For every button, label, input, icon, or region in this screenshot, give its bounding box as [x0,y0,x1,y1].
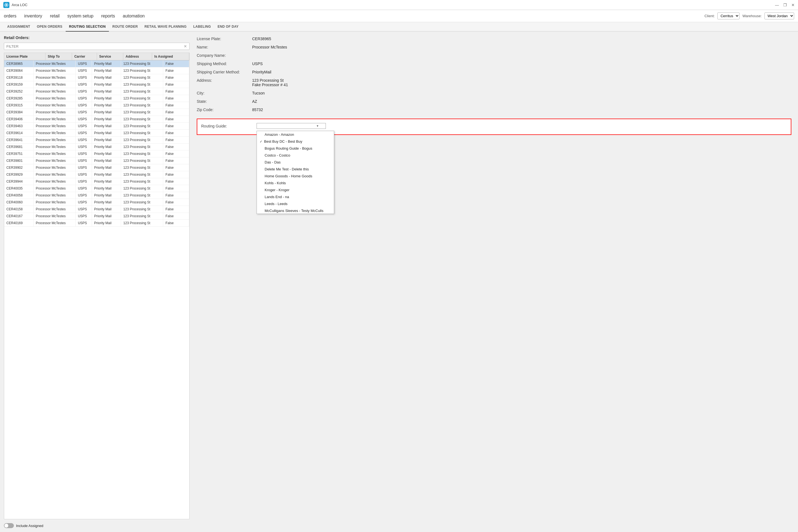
table-row[interactable]: CER39614Processor McTestesUSPSPriority M… [4,130,189,137]
routing-dropdown-menu: Amazon - AmazonBest Buy DC - Best BuyBog… [256,131,334,214]
table-row[interactable]: CER39681Processor McTestesUSPSPriority M… [4,144,189,150]
cell-ship_to: Processor McTestes [33,81,75,88]
dropdown-item-kroger[interactable]: Kroger - Kroger [257,187,334,193]
cell-carrier: USPS [76,130,92,137]
dropdown-item-leeds[interactable]: Leeds - Leeds [257,200,334,207]
cell-address: 123 Processing St [121,102,163,109]
dropdown-item-home_goods[interactable]: Home Gooods - Home Goods [257,173,334,179]
col-address[interactable]: Address [123,53,152,60]
table-row[interactable]: CER40167Processor McTestesUSPSPriority M… [4,213,189,220]
table-row[interactable]: CER39751Processor McTestesUSPSPriority M… [4,150,189,157]
cell-ship_to: Processor McTestes [33,123,75,130]
cell-ship_to: Processor McTestes [33,60,75,67]
cell-carrier: USPS [76,95,92,102]
nav-orders[interactable]: orders [4,14,16,19]
col-is-assigned[interactable]: Is Assigned [152,53,189,60]
cell-ship_to: Processor McTestes [33,164,75,171]
dropdown-item-bogus[interactable]: Bogus Routing Guide - Bogus [257,145,334,152]
table-row[interactable]: CER39384Processor McTestesUSPSPriority M… [4,109,189,116]
cell-address: 123 Processing St [121,213,163,220]
dropdown-item-lands_end[interactable]: Lands End - na [257,193,334,200]
table-row[interactable]: CER40169Processor McTestesUSPSPriority M… [4,220,189,227]
table-row[interactable]: CER39801Processor McTestesUSPSPriority M… [4,157,189,164]
cell-license_plate: CER40167 [4,213,33,220]
cell-carrier: USPS [76,67,92,74]
nav-inventory[interactable]: inventory [24,14,42,19]
table-row[interactable]: CER39463Processor McTestesUSPSPriority M… [4,123,189,130]
subnav-labeling[interactable]: LABELING [190,22,214,32]
table-row[interactable]: CER39252Processor McTestesUSPSPriority M… [4,88,189,95]
cell-ship_to: Processor McTestes [33,199,75,206]
subnav-routing-selection[interactable]: ROUTING SELECTION [66,22,109,32]
routing-guide-row: Routing Guide: ▼ Amazon - AmazonBest Buy… [201,123,787,129]
dropdown-item-mcculligans[interactable]: McCulligans Sleeves - Testy McCulls [257,207,334,214]
col-license-plate[interactable]: License Plate [4,53,45,60]
cell-service: Priority Mail [92,60,121,67]
cell-ship_to: Processor McTestes [33,144,75,150]
table-row[interactable]: CER39944Processor McTestesUSPSPriority M… [4,178,189,185]
panel-title: Retail Orders: [4,36,190,40]
filter-input[interactable] [6,44,184,49]
table-row[interactable]: CER40158Processor McTestesUSPSPriority M… [4,206,189,213]
col-carrier[interactable]: Carrier [72,53,97,60]
dropdown-item-delete_me[interactable]: Delete Me Test - Delete this [257,166,334,173]
cell-ship_to: Processor McTestes [33,130,75,137]
table-row[interactable]: CER40035Processor McTestesUSPSPriority M… [4,185,189,192]
table-row[interactable]: CER39118Processor McTestesUSPSPriority M… [4,74,189,81]
dropdown-item-das[interactable]: Das - Das [257,159,334,166]
client-selector[interactable]: Cerritus [717,13,740,19]
cell-ship_to: Processor McTestes [33,74,75,81]
cell-license_plate: CER39681 [4,144,33,150]
cell-ship_to: Processor McTestes [33,137,75,144]
dropdown-item-amazon[interactable]: Amazon - Amazon [257,131,334,138]
col-ship-to[interactable]: Ship To [45,53,72,60]
routing-section: Routing Guide: ▼ Amazon - AmazonBest Buy… [197,119,791,135]
table-body: CER38965Processor McTestesUSPSPriority M… [4,60,189,227]
table-row[interactable]: CER39159Processor McTestesUSPSPriority M… [4,81,189,88]
dropdown-item-best_buy[interactable]: Best Buy DC - Best Buy [257,138,334,145]
table-row[interactable]: CER39641Processor McTestesUSPSPriority M… [4,137,189,144]
subnav-open-orders[interactable]: OPEN ORDERS [34,22,66,32]
nav-reports[interactable]: reports [101,14,115,19]
table-row[interactable]: CER39929Processor McTestesUSPSPriority M… [4,171,189,178]
table-row[interactable]: CER39902Processor McTestesUSPSPriority M… [4,164,189,171]
table-scroll-area[interactable]: CER38965Processor McTestesUSPSPriority M… [4,60,189,519]
routing-guide-select[interactable]: ▼ [256,123,326,129]
cell-is_assigned: False [163,88,189,95]
warehouse-selector[interactable]: West Jordan [764,13,794,19]
cell-carrier: USPS [76,74,92,81]
svg-point-1 [5,4,7,6]
cell-is_assigned: False [163,157,189,164]
col-service[interactable]: Service [97,53,123,60]
cell-service: Priority Mail [92,95,121,102]
table-row[interactable]: CER39406Processor McTestesUSPSPriority M… [4,116,189,123]
subnav-retail-wave-planning[interactable]: RETAIL WAVE PLANNING [141,22,190,32]
cell-service: Priority Mail [92,123,121,130]
filter-clear-icon[interactable]: ✕ [184,44,187,49]
table-row[interactable]: CER40058Processor McTestesUSPSPriority M… [4,192,189,199]
table-row[interactable]: CER39315Processor McTestesUSPSPriority M… [4,102,189,109]
nav-system-setup[interactable]: system setup [67,14,93,19]
nav-retail[interactable]: retail [50,14,60,19]
close-button[interactable]: ✕ [791,3,795,7]
subnav-end-of-day[interactable]: END OF DAY [214,22,242,32]
dropdown-item-kohls[interactable]: Kohls - Kohls [257,179,334,187]
maximize-button[interactable]: ❐ [783,3,787,7]
dropdown-item-costco[interactable]: Costco - Costco [257,152,334,159]
table-row[interactable]: CER39064Processor McTestesUSPSPriority M… [4,67,189,74]
table-row[interactable]: CER40060Processor McTestesUSPSPriority M… [4,199,189,206]
minimize-button[interactable]: — [775,3,779,7]
cell-service: Priority Mail [92,150,121,157]
detail-shipping-method-label: Shipping Method: [197,61,252,66]
cell-license_plate: CER40058 [4,192,33,199]
cell-is_assigned: False [163,74,189,81]
table-row[interactable]: CER39285Processor McTestesUSPSPriority M… [4,95,189,102]
subnav-route-order[interactable]: ROUTE ORDER [109,22,141,32]
cell-license_plate: CER38965 [4,60,33,67]
include-assigned-toggle[interactable] [4,523,14,528]
orders-data-table: CER38965Processor McTestesUSPSPriority M… [4,60,189,227]
client-warehouse: Client: Cerritus Warehouse: West Jordan [705,13,794,19]
subnav-assignment[interactable]: ASSIGNMENT [4,22,34,32]
table-row[interactable]: CER38965Processor McTestesUSPSPriority M… [4,60,189,67]
nav-automation[interactable]: automation [123,14,145,19]
